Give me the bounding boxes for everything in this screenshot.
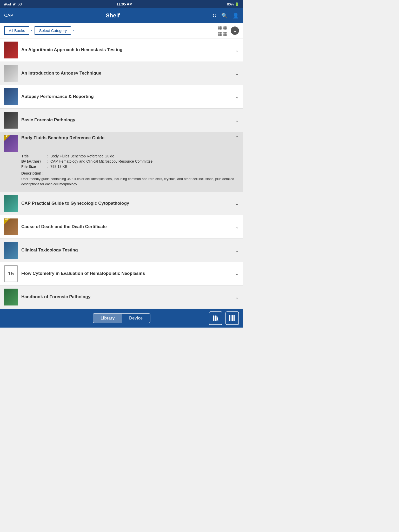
- book-cover: [4, 88, 18, 105]
- filter-bar: All Books Select Category ▦▦▦▦ ⌄: [0, 23, 243, 38]
- book-title: An Introduction to Autopsy Technique: [21, 70, 232, 76]
- svg-rect-8: [234, 315, 235, 321]
- detail-colon-2: :: [47, 159, 48, 163]
- book-thumbnail: Waiting: [4, 218, 18, 235]
- barcode-svg-icon: [229, 315, 236, 322]
- book-cover: [4, 289, 18, 305]
- chevron-down-icon[interactable]: ⌄: [235, 47, 239, 53]
- chevron-down-icon[interactable]: ⌄: [235, 248, 239, 253]
- list-item[interactable]: CAP Practical Guide to Gynecologic Cytop…: [0, 192, 243, 215]
- tab-library[interactable]: Library: [93, 314, 122, 323]
- book-title: CAP Practical Guide to Gynecologic Cytop…: [21, 201, 232, 206]
- list-item[interactable]: 15Flow Cytometry in Evaluation of Hemato…: [0, 262, 243, 285]
- detail-title-value: Body Fluids Benchtop Reference Guide: [50, 154, 114, 158]
- chevron-up-icon[interactable]: ⌃: [235, 135, 239, 141]
- book-details-panel: Title : Body Fluids Benchtop Reference G…: [4, 152, 239, 189]
- book-title: Cause of Death and the Death Certificate: [21, 224, 232, 230]
- book-title: Autopsy Performance & Reporting: [21, 94, 232, 99]
- chevron-down-icon[interactable]: ⌄: [235, 271, 239, 277]
- book-cover: [4, 42, 18, 58]
- library-icon-button[interactable]: [209, 311, 222, 325]
- book-cover: [4, 112, 18, 129]
- list-item[interactable]: WaitingCause of Death and the Death Cert…: [0, 215, 243, 239]
- select-category-button[interactable]: Select Category: [35, 26, 74, 35]
- book-thumbnail: [4, 112, 18, 129]
- filter-left: All Books Select Category: [4, 26, 74, 35]
- book-thumbnail: [4, 195, 18, 212]
- list-item[interactable]: An Algorithmic Approach to Hemostasis Te…: [0, 38, 243, 62]
- profile-icon[interactable]: 👤: [232, 12, 239, 19]
- refresh-icon[interactable]: ↻: [212, 12, 217, 19]
- svg-rect-0: [213, 316, 215, 321]
- detail-filesize-label: File Size: [21, 164, 47, 169]
- tab-right-icons: [209, 311, 239, 325]
- svg-rect-4: [231, 315, 231, 321]
- page-title: Shelf: [106, 12, 120, 19]
- book-thumbnail: [4, 88, 18, 105]
- nav-right-icons: ↻ 🔍 👤: [212, 12, 239, 19]
- nav-bar: CAP Shelf ↻ 🔍 👤: [0, 8, 243, 23]
- book-circle-badge: 15: [4, 265, 18, 282]
- detail-author-row: By (author) : CAP Hematology and Clinica…: [21, 159, 239, 163]
- book-cover: [4, 65, 18, 82]
- svg-rect-6: [232, 315, 233, 321]
- description-text: User-friendly guide containing 36 full-c…: [21, 176, 239, 187]
- battery-label: 80%: [227, 2, 234, 6]
- description-label: Description :: [21, 171, 239, 175]
- chevron-down-icon[interactable]: ⌄: [235, 71, 239, 76]
- chevron-down-icon[interactable]: ⌄: [235, 94, 239, 100]
- search-icon[interactable]: 🔍: [221, 12, 228, 19]
- filter-right: ▦▦▦▦ ⌄: [218, 24, 239, 37]
- status-bar: iPad ⌘ 5G 11:05 AM 80% 🔋: [0, 0, 243, 8]
- detail-author-value: CAP Hematology and Clinical Microscopy R…: [50, 159, 152, 163]
- svg-rect-2: [229, 315, 230, 321]
- device-label: iPad: [4, 2, 11, 6]
- list-item[interactable]: An Introduction to Autopsy Technique⌄: [0, 62, 243, 85]
- sort-dropdown-button[interactable]: ⌄: [231, 26, 239, 35]
- book-title: Handbook of Forensic Pathology: [21, 294, 232, 300]
- status-time: 11:05 AM: [117, 2, 132, 6]
- book-thumbnail: [4, 289, 18, 305]
- book-thumbnail: [4, 42, 18, 58]
- tab-device[interactable]: Device: [122, 314, 150, 323]
- all-books-button[interactable]: All Books: [4, 26, 32, 35]
- chevron-down-icon[interactable]: ⌄: [235, 224, 239, 230]
- svg-rect-1: [215, 316, 217, 321]
- detail-colon: :: [47, 154, 48, 158]
- book-title: Flow Cytometry in Evaluation of Hematopo…: [21, 271, 232, 276]
- battery-icon: 🔋: [235, 2, 239, 6]
- book-cover: [4, 195, 18, 212]
- book-title: Body Fluids Benchtop Reference Guide: [21, 135, 232, 141]
- detail-colon-3: :: [47, 164, 48, 169]
- svg-rect-5: [232, 315, 232, 321]
- detail-title-label: Title: [21, 154, 47, 158]
- list-item[interactable]: WaitingBody Fluids Benchtop Reference Gu…: [0, 132, 243, 192]
- book-title: An Algorithmic Approach to Hemostasis Te…: [21, 47, 232, 53]
- book-cover: [4, 242, 18, 259]
- svg-rect-9: [235, 315, 235, 321]
- nav-back-label[interactable]: CAP: [4, 13, 13, 18]
- list-item[interactable]: Autopsy Performance & Reporting⌄: [0, 85, 243, 109]
- list-item[interactable]: Handbook of Forensic Pathology⌄: [0, 285, 243, 309]
- status-left: iPad ⌘ 5G: [4, 2, 22, 6]
- svg-rect-3: [230, 315, 230, 321]
- chevron-down-icon[interactable]: ⌄: [235, 117, 239, 123]
- status-right: 80% 🔋: [227, 2, 239, 6]
- detail-author-label: By (author): [21, 159, 47, 163]
- book-thumbnail: [4, 65, 18, 82]
- chevron-down-icon[interactable]: ⌄: [235, 201, 239, 207]
- book-thumbnail: 15: [4, 265, 18, 282]
- tab-bar: Library Device: [0, 309, 243, 328]
- list-item[interactable]: Basic Forensic Pathology⌄: [0, 109, 243, 132]
- chevron-down-icon[interactable]: ⌄: [235, 294, 239, 300]
- grid-view-icon[interactable]: ▦▦▦▦: [218, 24, 228, 37]
- tab-group: Library Device: [93, 313, 150, 323]
- library-svg-icon: [212, 315, 219, 322]
- wifi-icon: ⌘: [12, 2, 16, 6]
- detail-filesize-value: 798.13 KB: [50, 164, 67, 169]
- book-title: Basic Forensic Pathology: [21, 117, 232, 123]
- list-item[interactable]: Clinical Toxicology Testing⌄: [0, 239, 243, 262]
- barcode-icon-button[interactable]: [225, 311, 239, 325]
- book-thumbnail: [4, 242, 18, 259]
- book-thumbnail: Waiting: [4, 135, 18, 152]
